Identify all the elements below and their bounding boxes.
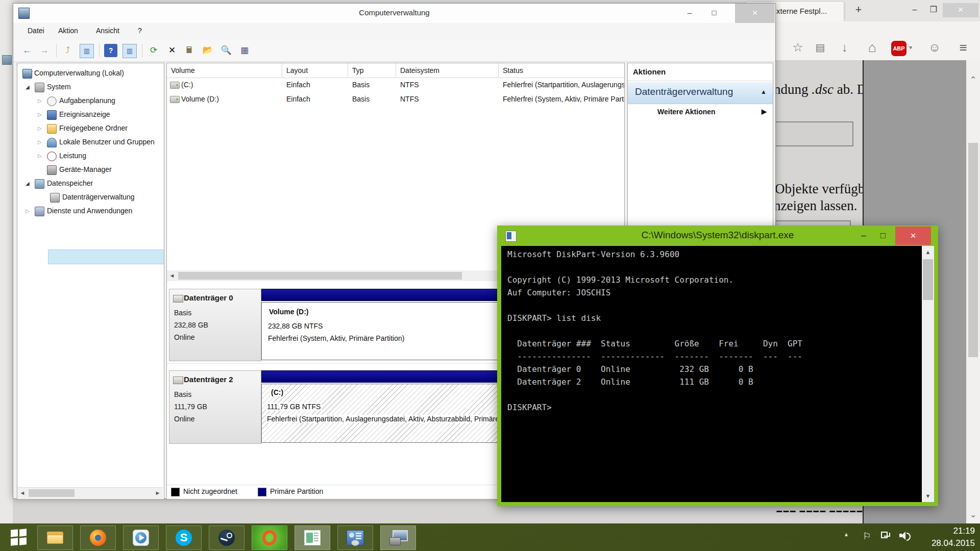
export-list-icon[interactable]: ▦	[238, 44, 251, 57]
action-center-flag-icon[interactable]: ⚐	[863, 531, 871, 542]
scroll-left-icon[interactable]: ◄	[167, 270, 177, 281]
start-button[interactable]	[5, 523, 33, 551]
dp-minimize-button[interactable]: –	[853, 227, 874, 245]
forward-icon[interactable]: →	[38, 44, 51, 57]
diskpart-titlebar[interactable]: C:\Windows\System32\diskpart.exe – □ ×	[497, 226, 938, 246]
adblock-plus-icon[interactable]: ABP	[891, 41, 906, 56]
page-input-box[interactable]	[771, 121, 853, 146]
home-icon[interactable]: ⌂	[865, 40, 880, 55]
expander-closed-icon[interactable]: ▷	[38, 94, 45, 108]
taskbar-firefox[interactable]	[80, 525, 116, 550]
smiley-icon[interactable]: ☺	[927, 40, 942, 55]
back-icon[interactable]: ←	[20, 44, 34, 57]
browser-restore-button[interactable]: ❒	[925, 3, 942, 17]
disk0-info-box[interactable]: Datenträger 0 Basis 232,88 GB Online	[169, 289, 261, 361]
toolbar-separator	[56, 44, 57, 57]
adblock-dropdown-icon[interactable]: ▾	[906, 40, 915, 55]
tree-item-lokale-benutzer[interactable]: ▷ Lokale Benutzer und Gruppen	[17, 135, 164, 149]
tray-chevron-icon[interactable]: ▴	[845, 531, 848, 538]
console-output[interactable]: Microsoft DiskPart-Version 6.3.9600 Copy…	[501, 246, 922, 502]
tree-item-system[interactable]: ◢ System	[17, 80, 164, 94]
taskbar-file-explorer[interactable]	[37, 525, 73, 550]
help-icon[interactable]: ?	[104, 44, 117, 57]
volume-row[interactable]: (C:) Einfach Basis NTFS Fehlerfrei (Star…	[167, 78, 624, 92]
downloads-icon[interactable]: ↓	[837, 40, 852, 55]
col-typ[interactable]: Typ	[348, 63, 396, 78]
device-manager-icon	[47, 165, 57, 175]
bookmark-star-icon[interactable]: ☆	[790, 40, 805, 55]
volume-row[interactable]: Volume (D:) Einfach Basis NTFS Fehlerfre…	[167, 92, 624, 106]
tree-horizontal-scrollbar[interactable]: ◄ ►	[17, 487, 163, 498]
scrollbar-thumb[interactable]	[29, 489, 75, 497]
console-scrollbar-thumb[interactable]	[923, 259, 933, 300]
taskbar-app-window[interactable]	[295, 525, 330, 550]
new-tab-button[interactable]: +	[850, 3, 867, 17]
cm-titlebar[interactable]: Computerverwaltung – □ ×	[13, 4, 775, 23]
properties-icon[interactable]: 🖩	[183, 44, 196, 57]
taskbar-clock[interactable]: 21:19 28.04.2015	[914, 525, 975, 549]
menu-ansicht[interactable]: Ansicht	[96, 27, 119, 35]
dp-maximize-button[interactable]: □	[873, 227, 893, 245]
tree-item-dienste[interactable]: ▷ Dienste und Anwendungen	[17, 204, 164, 218]
taskbar-steam[interactable]	[209, 525, 244, 550]
action-pane-icon[interactable]: ▥	[122, 44, 137, 58]
tree-item-leistung[interactable]: ▷ Leistung	[17, 149, 164, 163]
up-folder-icon[interactable]: ⤴	[61, 44, 75, 57]
menu-datei[interactable]: Datei	[28, 27, 44, 35]
disk2-info-box[interactable]: Datenträger 2 Basis 111,79 GB Online	[169, 370, 261, 444]
scroll-up-icon[interactable]: ⌃	[966, 74, 980, 85]
taskbar-computer-management[interactable]	[380, 525, 416, 550]
collapse-icon[interactable]: ▲	[761, 88, 767, 95]
menu-hamburger-icon[interactable]: ≡	[955, 40, 971, 55]
col-volume[interactable]: Volume	[167, 63, 282, 78]
expander-closed-icon[interactable]: ▷	[26, 204, 33, 218]
taskbar-origin[interactable]	[252, 525, 287, 550]
browser-scrollbar-thumb[interactable]	[968, 143, 978, 357]
cm-minimize-button[interactable]: –	[678, 4, 701, 23]
col-dateisystem[interactable]: Dateisystem	[396, 63, 499, 78]
scrollbar-thumb[interactable]	[178, 272, 462, 280]
cm-maximize-button[interactable]: □	[702, 4, 726, 23]
disk-management-icon	[50, 193, 60, 203]
taskbar-skype[interactable]: S	[166, 525, 202, 550]
toolbar-separator	[142, 44, 142, 57]
console-tree-icon[interactable]: ▥	[80, 44, 94, 58]
find-icon[interactable]: 🔍	[219, 44, 233, 57]
tree-item-root[interactable]: Computerverwaltung (Lokal)	[17, 66, 164, 80]
expander-open-icon[interactable]: ◢	[26, 177, 33, 190]
menu-help[interactable]: ?	[138, 27, 142, 35]
taskbar-media-player[interactable]	[123, 525, 159, 550]
reading-list-icon[interactable]: ▤	[813, 40, 828, 55]
tree-item-datenspeicher[interactable]: ◢ Datenspeicher	[17, 177, 164, 190]
scroll-down-icon[interactable]: ▼	[922, 490, 934, 502]
delete-icon[interactable]: ✕	[165, 44, 179, 57]
col-layout[interactable]: Layout	[282, 63, 348, 78]
tree-item-freigegebene-ordner[interactable]: ▷ Freigegebene Ordner	[17, 121, 164, 135]
taskbar-settings-panel[interactable]	[337, 525, 373, 550]
expander-closed-icon[interactable]: ▷	[38, 108, 45, 121]
more-actions-item[interactable]: Weitere Aktionen ▶	[628, 104, 773, 121]
tree-item-geraete-manager[interactable]: Geräte-Manager	[17, 163, 164, 177]
browser-close-button[interactable]: ×	[943, 3, 978, 17]
cm-close-button[interactable]: ×	[735, 4, 775, 23]
scroll-right-icon[interactable]: ►	[153, 488, 163, 498]
tree-item-aufgabenplanung[interactable]: ▷ Aufgabenplanung	[17, 94, 164, 108]
tree-item-ereignisanzeige[interactable]: ▷ Ereignisanzeige	[17, 108, 164, 121]
tree-item-datentraegerverwaltung[interactable]: Datenträgerverwaltung	[17, 190, 164, 204]
expander-open-icon[interactable]: ◢	[26, 80, 33, 94]
expander-closed-icon[interactable]: ▷	[38, 149, 45, 163]
scroll-up-icon[interactable]: ▲	[922, 246, 934, 258]
expander-closed-icon[interactable]: ▷	[38, 135, 45, 149]
expander-closed-icon[interactable]: ▷	[38, 121, 45, 135]
scroll-left-icon[interactable]: ◄	[17, 488, 28, 498]
menu-aktion[interactable]: Aktion	[58, 27, 78, 35]
open-folder-icon[interactable]: 📂	[201, 44, 214, 57]
sidebar-icon[interactable]	[2, 55, 12, 65]
system-tools-icon	[35, 83, 44, 92]
scroll-down-icon[interactable]: ⌄	[966, 509, 980, 520]
browser-minimize-button[interactable]: –	[906, 3, 923, 17]
dp-close-button[interactable]: ×	[895, 227, 931, 245]
actions-group-header[interactable]: Datenträgerverwaltung ▲	[628, 82, 773, 104]
col-status[interactable]: Status	[499, 63, 624, 78]
refresh-icon[interactable]: ⟳	[147, 44, 160, 57]
